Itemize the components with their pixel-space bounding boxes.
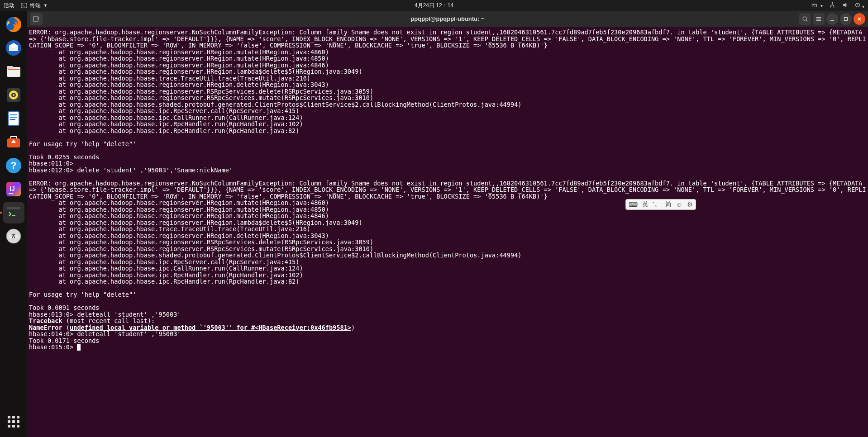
svg-rect-25 xyxy=(9,193,13,194)
dock-terminal[interactable] xyxy=(3,202,24,223)
terminal-window: ppqppl@ppqppl-ubuntu: ~ ERROR: org.apach… xyxy=(27,11,868,437)
clock[interactable]: 4月24日 12：14 xyxy=(415,2,453,10)
svg-rect-18 xyxy=(10,119,15,120)
terminal-output[interactable]: ERROR: org.apache.hadoop.hbase.regionser… xyxy=(27,27,868,437)
svg-text:IJ: IJ xyxy=(10,185,15,192)
close-icon xyxy=(857,17,862,21)
power-icon[interactable] xyxy=(854,2,864,10)
search-button[interactable] xyxy=(799,13,811,25)
maximize-icon xyxy=(844,17,848,21)
svg-rect-9 xyxy=(8,69,19,70)
cursor xyxy=(77,344,81,351)
dock-rhythmbox[interactable] xyxy=(3,84,24,106)
svg-text:?: ? xyxy=(10,160,16,171)
dock-files[interactable] xyxy=(3,61,24,82)
volume-icon[interactable] xyxy=(842,2,848,10)
ime-lang2[interactable]: 简 xyxy=(665,200,672,209)
dock: ? IJ DVD xyxy=(0,11,27,437)
svg-point-2 xyxy=(830,6,831,7)
dock-help[interactable]: ? xyxy=(3,155,24,176)
dock-thunderbird[interactable] xyxy=(3,37,24,59)
dock-intellij[interactable]: IJ xyxy=(3,178,24,200)
show-applications[interactable] xyxy=(3,411,24,432)
dock-firefox[interactable] xyxy=(3,14,24,35)
network-icon[interactable] xyxy=(829,2,835,10)
ime-punct[interactable]: '。 xyxy=(653,200,661,209)
ime-toolbar[interactable]: ⌨ 英 '。 简 ☺ ⚙ xyxy=(625,199,696,210)
activities-button[interactable]: 活动 xyxy=(4,2,14,10)
dock-writer[interactable] xyxy=(3,108,24,129)
svg-rect-8 xyxy=(7,66,13,69)
svg-point-1 xyxy=(832,2,833,3)
window-title: ppqppl@ppqppl-ubuntu: ~ xyxy=(410,15,484,22)
svg-point-13 xyxy=(13,94,14,96)
top-bar: 活动 终端 ▼ 4月24日 12：14 zh xyxy=(0,0,868,11)
svg-point-33 xyxy=(803,17,806,20)
ime-keyboard-icon: ⌨ xyxy=(629,201,638,208)
menu-button[interactable] xyxy=(813,13,825,25)
chevron-down-icon: ▼ xyxy=(43,3,48,8)
terminal-icon xyxy=(21,2,27,9)
minimize-button[interactable] xyxy=(826,13,838,25)
svg-rect-17 xyxy=(10,117,17,118)
ime-emoji-icon[interactable]: ☺ xyxy=(676,201,682,208)
input-source[interactable]: zh xyxy=(811,2,823,9)
close-button[interactable] xyxy=(854,13,865,25)
titlebar: ppqppl@ppqppl-ubuntu: ~ xyxy=(27,11,868,27)
svg-rect-16 xyxy=(10,114,17,115)
new-tab-icon xyxy=(33,15,40,23)
ime-gear-icon[interactable]: ⚙ xyxy=(687,201,693,208)
svg-rect-14 xyxy=(8,112,19,125)
svg-rect-34 xyxy=(844,17,848,20)
ime-lang1[interactable]: 英 xyxy=(642,200,649,209)
svg-rect-0 xyxy=(21,3,27,8)
hamburger-icon xyxy=(816,16,822,22)
search-icon xyxy=(802,16,808,22)
maximize-button[interactable] xyxy=(840,13,852,25)
svg-rect-32 xyxy=(33,17,38,21)
svg-rect-27 xyxy=(7,207,20,209)
minimize-icon xyxy=(830,17,835,21)
app-menu[interactable]: 终端 ▼ xyxy=(21,2,48,10)
new-tab-button[interactable] xyxy=(30,13,43,25)
svg-text:DVD: DVD xyxy=(9,234,18,239)
app-menu-label: 终端 xyxy=(30,2,41,10)
dock-disc[interactable]: DVD xyxy=(3,225,24,247)
svg-point-3 xyxy=(833,6,834,7)
dock-software[interactable] xyxy=(3,131,24,153)
